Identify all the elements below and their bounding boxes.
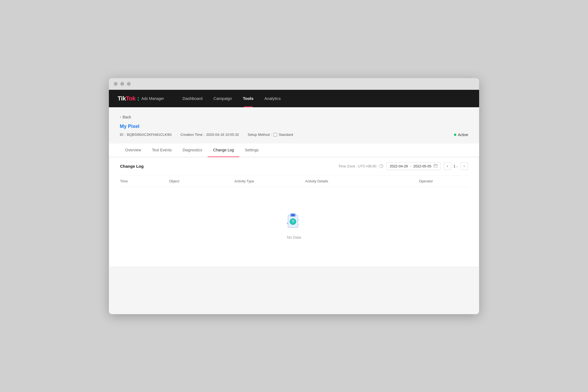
pixel-meta: ID : BQBSI90AC2KFAM1CLK9G Creation Time … <box>120 133 468 137</box>
pixel-id-value: BQBSI90AC2KFAM1CLK9G <box>127 133 172 137</box>
change-log-title: Change Log <box>120 164 144 169</box>
tabs: Overview Test Events Diagnostics Change … <box>120 143 468 157</box>
change-log-controls: Time Zone : UTC+08:00 ? 2022-04-29 - 202… <box>338 162 468 170</box>
pixel-id-label: ID : <box>120 133 125 137</box>
empty-text: No Data <box>287 235 301 240</box>
change-log-panel: Change Log Time Zone : UTC+08:00 ? 2022-… <box>109 157 479 267</box>
date-separator: - <box>410 164 411 168</box>
pixel-creation-value: 2020-04-16 10:55:32 <box>206 133 239 137</box>
col-time: Time <box>120 179 169 183</box>
tab-test-events[interactable]: Test Events <box>146 143 177 157</box>
main-content: ‹ Back My Pixel ID : BQBSI90AC2KFAM1CLK9… <box>109 107 479 314</box>
browser-window: TikTok : Ads Manager Dashboard Campaign … <box>109 78 479 314</box>
current-page: 1 <box>454 164 455 168</box>
pixel-setup-label: Setup Method : <box>248 133 272 137</box>
info-icon[interactable]: ? <box>379 164 383 168</box>
status-dot-icon <box>454 134 456 136</box>
pixel-creation-time: Creation Time : 2020-04-16 10:55:32 <box>180 133 239 137</box>
page-number: 1 ⌄ <box>452 164 459 168</box>
tab-overview[interactable]: Overview <box>120 143 146 157</box>
pixel-setup-value: Standard <box>279 133 293 137</box>
tab-change-log[interactable]: Change Log <box>208 143 239 157</box>
nav-item-analytics[interactable]: Analytics <box>259 90 286 107</box>
pagination: ‹ 1 ⌄ › <box>444 162 468 170</box>
svg-point-11 <box>299 224 299 225</box>
tab-diagnostics[interactable]: Diagnostics <box>177 143 208 157</box>
col-object: Object <box>169 179 234 183</box>
date-range-picker[interactable]: 2022-04-29 - 2022-05-05 <box>387 162 440 170</box>
back-chevron-icon: ‹ <box>120 115 121 119</box>
empty-illustration: ? <box>283 209 305 231</box>
svg-point-9 <box>287 222 288 224</box>
pixel-name: My Pixel <box>120 124 468 129</box>
pixel-creation-label: Creation Time : <box>180 133 204 137</box>
col-activity-type: Activity Type <box>234 179 305 183</box>
pixel-status: Active <box>454 133 468 137</box>
back-link[interactable]: ‹ Back <box>120 115 468 119</box>
timezone-label: Time Zone : UTC+08:00 <box>338 164 376 168</box>
logo-subtitle: Ads Manager <box>141 96 164 101</box>
date-to: 2022-05-05 <box>413 164 431 168</box>
change-log-header: Change Log Time Zone : UTC+08:00 ? 2022-… <box>120 157 468 175</box>
pixel-id: ID : BQBSI90AC2KFAM1CLK9G <box>120 133 172 137</box>
next-page-button[interactable]: › <box>460 162 468 170</box>
nav-items: Dashboard Campaign Tools Analytics <box>177 90 286 107</box>
page-chevron-icon: ⌄ <box>456 165 458 168</box>
back-label: Back <box>122 115 131 119</box>
logo-tiktok-text: TikTok <box>118 95 136 102</box>
calendar-icon <box>434 164 437 169</box>
status-label: Active <box>458 133 468 137</box>
nav-item-campaign[interactable]: Campaign <box>208 90 237 107</box>
prev-page-button[interactable]: ‹ <box>444 162 451 170</box>
col-operator: Operator <box>419 179 468 183</box>
svg-rect-6 <box>291 214 295 216</box>
table-header: Time Object Activity Type Activity Detai… <box>120 175 468 187</box>
nav-bar: TikTok : Ads Manager Dashboard Campaign … <box>109 90 479 107</box>
svg-rect-0 <box>434 164 437 167</box>
traffic-light-close[interactable] <box>114 82 118 86</box>
nav-item-tools[interactable]: Tools <box>237 90 259 107</box>
logo: TikTok : Ads Manager <box>118 95 164 102</box>
tabs-container: Overview Test Events Diagnostics Change … <box>109 143 479 157</box>
empty-state: ? No Data <box>120 187 468 267</box>
nav-item-dashboard[interactable]: Dashboard <box>177 90 208 107</box>
browser-chrome <box>109 78 479 90</box>
traffic-light-fullscreen[interactable] <box>127 82 131 86</box>
pixel-setup-method: Setup Method : Standard <box>248 133 293 137</box>
svg-text:?: ? <box>292 219 294 224</box>
tab-settings[interactable]: Settings <box>239 143 264 157</box>
col-activity-details: Activity Details <box>305 179 419 183</box>
traffic-light-minimize[interactable] <box>120 82 124 86</box>
logo-colon: : <box>137 95 139 102</box>
setup-method-icon <box>273 133 277 137</box>
date-from: 2022-04-29 <box>390 164 408 168</box>
svg-point-10 <box>298 219 299 220</box>
